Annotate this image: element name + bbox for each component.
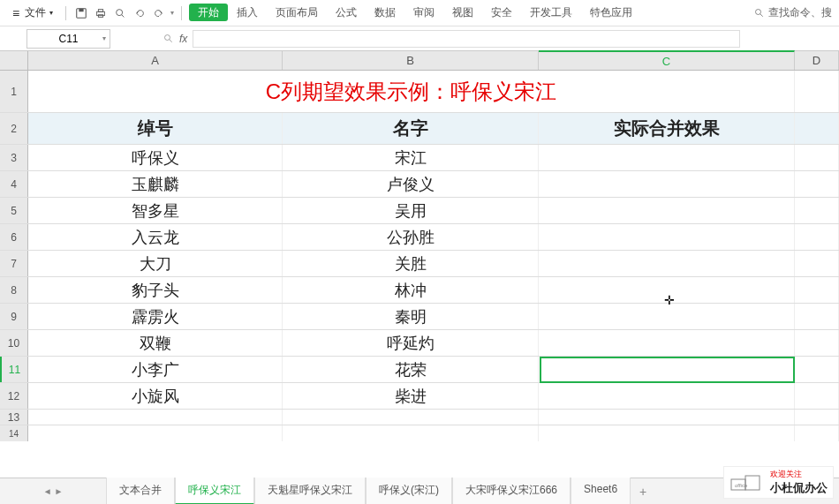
redo-icon[interactable] [151, 5, 167, 21]
row-header[interactable]: 13 [0, 410, 28, 425]
row-header[interactable]: 8 [0, 277, 28, 303]
row-header[interactable]: 12 [0, 383, 28, 409]
row-header[interactable]: 11 [0, 357, 28, 382]
data-cell[interactable]: 呼保义 [28, 145, 283, 170]
save-icon[interactable] [73, 5, 89, 21]
title-cell[interactable]: C列期望效果示例：呼保义宋江 [28, 71, 795, 112]
cell[interactable] [795, 251, 839, 276]
column-header-D[interactable]: D [795, 51, 839, 70]
add-sheet-button[interactable]: + [631, 481, 655, 502]
data-cell[interactable]: 林冲 [283, 277, 539, 303]
sheet-tab[interactable]: 天魁星呼保义宋江 [254, 478, 366, 504]
header-cell[interactable]: 实际合并效果 [539, 113, 795, 144]
cell[interactable] [795, 383, 839, 409]
data-cell[interactable]: 吴用 [283, 198, 539, 223]
cell[interactable] [795, 425, 839, 441]
row-header[interactable]: 4 [0, 171, 28, 197]
data-cell[interactable]: 入云龙 [28, 224, 283, 250]
cell[interactable] [795, 171, 839, 197]
cell[interactable] [28, 425, 283, 441]
data-cell[interactable] [539, 357, 795, 382]
fx-icon[interactable]: fx [179, 33, 187, 45]
row-header[interactable]: 3 [0, 145, 28, 170]
ribbon-tab[interactable]: 数据 [366, 3, 404, 22]
row-header[interactable]: 7 [0, 251, 28, 276]
data-cell[interactable]: 宋江 [283, 145, 539, 170]
sheet-tab[interactable]: 呼保义(宋江) [366, 478, 452, 504]
cell[interactable] [795, 410, 839, 425]
ribbon-tab[interactable]: 公式 [327, 3, 366, 22]
ribbon-tab[interactable]: 特色应用 [581, 3, 641, 22]
sheet-tab[interactable]: 大宋呼保义宋江666 [452, 478, 571, 504]
data-cell[interactable]: 秦明 [283, 304, 539, 329]
cell[interactable] [795, 304, 839, 329]
data-cell[interactable]: 小李广 [28, 357, 283, 382]
header-cell[interactable]: 绰号 [28, 113, 283, 144]
row-header[interactable]: 10 [0, 330, 28, 356]
data-cell[interactable] [539, 304, 795, 329]
ribbon-tab[interactable]: 审阅 [404, 3, 443, 22]
sheet-nav[interactable]: ◄ ► [0, 486, 106, 496]
data-cell[interactable]: 玉麒麟 [28, 171, 283, 197]
ribbon-tab[interactable]: 开发工具 [521, 3, 581, 22]
data-cell[interactable] [539, 330, 795, 356]
select-all-corner[interactable] [0, 51, 28, 70]
data-cell[interactable]: 柴进 [283, 383, 539, 409]
data-cell[interactable]: 关胜 [283, 251, 539, 276]
data-cell[interactable]: 公孙胜 [283, 224, 539, 250]
sheet-tab[interactable]: 文本合并 [106, 478, 175, 504]
data-cell[interactable] [539, 383, 795, 409]
cell[interactable] [795, 224, 839, 250]
data-cell[interactable]: 霹雳火 [28, 304, 283, 329]
data-cell[interactable]: 卢俊义 [283, 171, 539, 197]
command-search[interactable]: 查找命令、搜 [754, 5, 832, 20]
cell[interactable] [283, 425, 539, 441]
data-cell[interactable] [539, 171, 795, 197]
data-cell[interactable]: 小旋风 [28, 383, 283, 409]
data-cell[interactable]: 大刀 [28, 251, 283, 276]
column-header-A[interactable]: A [28, 51, 283, 70]
cell[interactable] [795, 71, 839, 112]
search-icon[interactable] [163, 34, 174, 44]
name-box[interactable]: C11 ▾ [26, 29, 110, 49]
preview-icon[interactable] [112, 5, 128, 21]
cell[interactable] [28, 410, 283, 425]
column-header-C[interactable]: C [539, 50, 795, 70]
cell[interactable] [795, 145, 839, 170]
undo-icon[interactable] [132, 5, 147, 21]
row-header[interactable]: 6 [0, 224, 28, 250]
data-cell[interactable]: 双鞭 [28, 330, 283, 356]
print-icon[interactable] [93, 5, 109, 21]
column-header-B[interactable]: B [283, 51, 539, 70]
ribbon-tab[interactable]: 安全 [482, 3, 521, 22]
row-header[interactable]: 2 [0, 113, 28, 144]
row-header[interactable]: 14 [0, 425, 28, 441]
qat-dropdown-icon[interactable]: ▾ [170, 9, 174, 17]
cell[interactable] [795, 357, 839, 382]
cell[interactable] [795, 330, 839, 356]
data-cell[interactable] [539, 251, 795, 276]
cell[interactable] [795, 277, 839, 303]
cell[interactable] [539, 425, 795, 441]
ribbon-tab[interactable]: 页面布局 [267, 3, 327, 22]
cell[interactable] [539, 410, 795, 425]
row-header[interactable]: 1 [0, 71, 28, 112]
file-menu[interactable]: 文件 ▾ [7, 4, 58, 22]
sheet-tab[interactable]: Sheet6 [571, 478, 631, 504]
cell[interactable] [795, 113, 839, 144]
data-cell[interactable]: 智多星 [28, 198, 283, 223]
data-cell[interactable] [539, 145, 795, 170]
sheet-tab[interactable]: 呼保义宋江 [175, 478, 254, 504]
data-cell[interactable] [539, 224, 795, 250]
ribbon-tab[interactable]: 插入 [228, 3, 267, 22]
row-header[interactable]: 9 [0, 304, 28, 329]
cell[interactable] [795, 198, 839, 223]
header-cell[interactable]: 名字 [283, 113, 539, 144]
ribbon-tab[interactable]: 开始 [189, 4, 228, 21]
data-cell[interactable]: 花荣 [283, 357, 539, 382]
data-cell[interactable] [539, 277, 795, 303]
formula-input[interactable] [193, 30, 740, 48]
data-cell[interactable] [539, 198, 795, 223]
cell[interactable] [283, 410, 539, 425]
row-header[interactable]: 5 [0, 198, 28, 223]
